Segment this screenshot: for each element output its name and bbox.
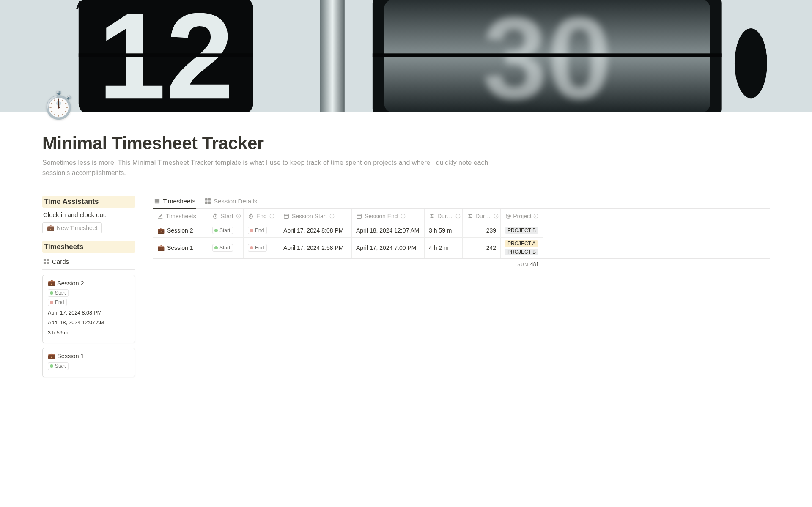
briefcase-icon: 💼 — [157, 227, 165, 234]
sum-cell[interactable]: SUM481 — [505, 261, 543, 267]
svg-rect-19 — [208, 201, 211, 204]
col-end[interactable]: End — [244, 209, 279, 223]
start-chip[interactable]: Start — [212, 227, 233, 234]
end-chip[interactable]: End — [48, 299, 67, 306]
green-dot-icon — [50, 364, 53, 368]
svg-rect-12 — [44, 259, 46, 261]
cell-duration-text[interactable]: 4 h 2 m — [425, 238, 463, 258]
start-chip[interactable]: Start — [48, 362, 69, 370]
cell-end[interactable]: End — [244, 223, 279, 238]
row-title: Session 2 — [167, 227, 193, 234]
section-timesheets[interactable]: Timesheets — [42, 241, 135, 253]
svg-rect-40 — [458, 216, 458, 217]
cell-duration-text[interactable]: 3 h 59 m — [425, 223, 463, 238]
sigma-icon — [429, 213, 435, 219]
svg-rect-6 — [320, 0, 345, 112]
svg-point-46 — [508, 216, 509, 217]
card-end-time: April 18, 2024 12:07 AM — [48, 318, 130, 327]
svg-rect-18 — [205, 201, 208, 204]
cell-title[interactable]: 💼 Session 2 — [153, 223, 208, 238]
col-session-end[interactable]: Session End — [352, 209, 425, 223]
cell-session-start[interactable]: April 17, 2024 2:58 PM — [279, 238, 352, 258]
card-session-1[interactable]: 💼 Session 1 Start — [42, 348, 135, 377]
col-duration-min[interactable]: Dur… — [463, 209, 501, 223]
tab-timesheets-label: Timesheets — [163, 197, 195, 205]
svg-point-11 — [735, 28, 767, 98]
cell-session-end[interactable]: April 17, 2024 7:00 PM — [352, 238, 425, 258]
sigma-icon — [467, 213, 473, 219]
new-timesheet-label: New Timesheet — [57, 225, 97, 231]
svg-rect-10 — [373, 53, 722, 57]
col-project[interactable]: Project — [501, 209, 543, 223]
row-title: Session 1 — [167, 244, 193, 251]
start-chip[interactable]: Start — [212, 244, 233, 252]
calendar-icon — [356, 213, 362, 219]
card-session-2[interactable]: 💼 Session 2 Start End April 17, 2024 8:0… — [42, 275, 135, 343]
briefcase-icon: 💼 — [48, 353, 55, 360]
section-time-assistants[interactable]: Time Assistants — [42, 196, 135, 208]
project-tag[interactable]: PROJECT A — [505, 240, 538, 247]
svg-rect-49 — [535, 216, 536, 217]
project-tag[interactable]: PROJECT B — [505, 249, 538, 255]
info-icon — [401, 214, 406, 219]
svg-rect-30 — [284, 214, 289, 218]
cell-end[interactable]: End — [244, 238, 279, 258]
col-session-start[interactable]: Session Start — [279, 209, 352, 223]
svg-point-36 — [403, 215, 403, 216]
green-dot-icon — [214, 246, 218, 249]
cell-project[interactable]: PROJECT B — [501, 223, 543, 238]
cell-start[interactable]: Start — [208, 223, 244, 238]
red-dot-icon — [250, 229, 253, 232]
cards-view-tab[interactable]: Cards — [42, 255, 135, 270]
svg-rect-33 — [332, 216, 332, 217]
briefcase-icon: 💼 — [157, 244, 165, 251]
col-start[interactable]: Start — [208, 209, 244, 223]
cell-session-start[interactable]: April 17, 2024 8:08 PM — [279, 223, 352, 238]
cell-project[interactable]: PROJECT A PROJECT B — [501, 238, 543, 258]
new-timesheet-button[interactable]: 💼 New Timesheet — [42, 222, 102, 233]
end-chip[interactable]: End — [248, 244, 267, 252]
sidebar: Time Assistants Clock in and clock out. … — [42, 196, 135, 382]
cell-duration-min[interactable]: 242 — [463, 238, 501, 258]
info-icon — [533, 214, 538, 219]
view-tabs: Timesheets Session Details — [153, 196, 770, 209]
main-content: Timesheets Session Details Timesheets — [153, 196, 770, 382]
svg-rect-5 — [79, 53, 253, 57]
tab-timesheets[interactable]: Timesheets — [153, 196, 196, 209]
sum-value: 481 — [530, 261, 539, 267]
svg-point-32 — [332, 215, 333, 216]
page-title[interactable]: Minimal Timesheet Tracker — [42, 133, 770, 153]
red-dot-icon — [50, 301, 53, 304]
info-icon — [494, 214, 499, 219]
svg-rect-24 — [238, 216, 239, 217]
cell-session-end[interactable]: April 18, 2024 12:07 AM — [352, 223, 425, 238]
svg-rect-26 — [250, 213, 252, 214]
info-icon — [329, 214, 335, 219]
tab-session-details[interactable]: Session Details — [204, 196, 258, 209]
svg-point-28 — [272, 215, 272, 216]
info-icon — [269, 214, 274, 219]
table-row[interactable]: 💼 Session 2 Start End April 17, 2024 8:0… — [153, 223, 770, 238]
stopwatch-icon — [248, 213, 254, 219]
col-duration-text[interactable]: Dur… — [425, 209, 463, 223]
col-timesheets[interactable]: Timesheets — [153, 209, 208, 223]
cell-title[interactable]: 💼 Session 1 — [153, 238, 208, 258]
table-row[interactable]: 💼 Session 1 Start End April 17, 2024 2:5… — [153, 238, 770, 258]
info-icon — [236, 214, 241, 219]
page-emoji-icon[interactable]: ⏱️ — [42, 92, 75, 118]
page-description[interactable]: Sometimes less is more. This Minimal Tim… — [42, 158, 508, 178]
stopwatch-icon — [212, 213, 218, 219]
svg-rect-37 — [403, 216, 403, 217]
sum-row: SUM481 — [153, 259, 770, 267]
project-tag[interactable]: PROJECT B — [505, 227, 538, 234]
svg-rect-21 — [214, 213, 216, 214]
svg-point-39 — [458, 215, 458, 216]
sum-label: SUM — [517, 262, 529, 267]
start-chip[interactable]: Start — [48, 289, 69, 297]
clock-in-out-text: Clock in and clock out. — [42, 210, 135, 219]
cell-start[interactable]: Start — [208, 238, 244, 258]
info-icon — [455, 214, 461, 219]
cell-duration-min[interactable]: 239 — [463, 223, 501, 238]
briefcase-icon: 💼 — [48, 280, 55, 287]
end-chip[interactable]: End — [248, 227, 267, 234]
